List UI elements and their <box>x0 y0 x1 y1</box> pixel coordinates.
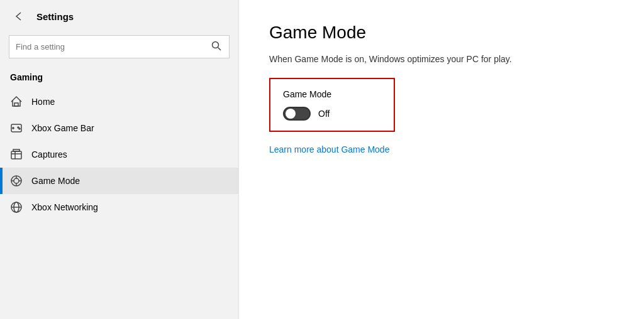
game-mode-card: Game Mode Off <box>269 78 395 132</box>
svg-point-13 <box>14 178 19 183</box>
main-content: Game Mode When Game Mode is on, Windows … <box>239 0 644 319</box>
xbox-networking-icon <box>10 201 23 214</box>
sidebar-item-game-mode[interactable]: Game Mode <box>0 168 238 194</box>
sidebar-item-captures-label: Captures <box>31 149 67 160</box>
sidebar-item-xbox-networking[interactable]: Xbox Networking <box>0 194 238 220</box>
game-mode-toggle[interactable] <box>283 107 311 121</box>
search-box[interactable] <box>9 35 230 58</box>
sidebar-header: Settings <box>0 0 238 30</box>
game-mode-icon <box>10 175 23 187</box>
page-description: When Game Mode is on, Windows optimizes … <box>269 54 614 64</box>
sidebar-item-captures[interactable]: Captures <box>0 141 238 168</box>
page-title: Game Mode <box>269 23 614 43</box>
sidebar-item-xbox-networking-label: Xbox Networking <box>31 202 98 212</box>
svg-point-6 <box>18 127 19 128</box>
sidebar-item-game-mode-label: Game Mode <box>31 176 80 186</box>
toggle-status-label: Off <box>318 109 330 119</box>
toggle-knob <box>286 109 296 119</box>
settings-title: Settings <box>36 11 74 22</box>
back-button[interactable] <box>10 9 28 24</box>
xbox-game-bar-icon <box>10 122 23 134</box>
sidebar-item-home[interactable]: Home <box>0 89 238 115</box>
sidebar-item-home-label: Home <box>31 97 55 107</box>
svg-rect-9 <box>13 149 19 151</box>
sidebar: Settings Gaming Home <box>0 0 239 319</box>
sidebar-item-xbox-game-bar-label: Xbox Game Bar <box>31 123 94 133</box>
card-label: Game Mode <box>283 89 381 99</box>
learn-more-link[interactable]: Learn more about Game Mode <box>269 144 614 154</box>
sidebar-item-xbox-game-bar[interactable]: Xbox Game Bar <box>0 115 238 141</box>
svg-point-7 <box>19 128 20 129</box>
toggle-row: Off <box>283 107 381 121</box>
svg-point-0 <box>213 42 219 48</box>
gaming-section-label: Gaming <box>0 67 238 89</box>
captures-icon <box>10 148 23 161</box>
svg-line-1 <box>218 48 221 51</box>
svg-rect-2 <box>14 103 18 106</box>
home-icon <box>10 95 23 108</box>
search-input[interactable] <box>16 42 205 51</box>
svg-rect-8 <box>11 151 21 159</box>
search-icon <box>210 40 223 54</box>
